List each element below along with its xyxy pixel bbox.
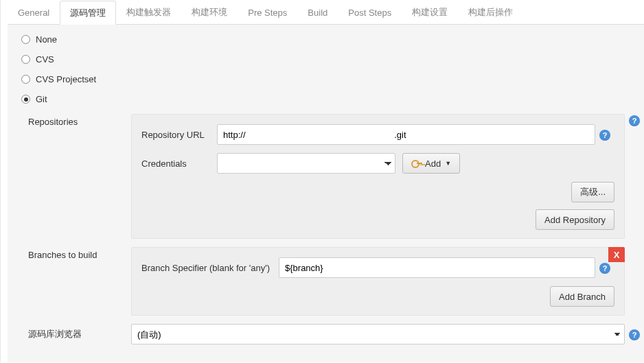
add-button-label: Add [425, 159, 441, 169]
radio-icon [21, 95, 30, 104]
repo-browser-select[interactable]: (自动) [131, 324, 625, 344]
help-icon[interactable]: ? [599, 263, 610, 274]
scm-option-cvs[interactable]: CVS [21, 54, 630, 65]
branches-panel: X Branch Specifier (blank for 'any') ? A… [131, 247, 625, 316]
add-repository-button[interactable]: Add Repository [536, 209, 614, 230]
scm-option-none[interactable]: None [21, 34, 630, 45]
add-branch-button[interactable]: Add Branch [550, 286, 614, 307]
advanced-button[interactable]: 高级... [571, 182, 614, 202]
radio-label: CVS Projectset [36, 74, 96, 84]
radio-icon [21, 55, 30, 64]
branches-to-build-label: Branches to build [8, 247, 131, 260]
radio-icon [21, 75, 30, 84]
repository-url-label: Repository URL [141, 130, 217, 140]
chevron-down-icon: ▼ [445, 160, 451, 167]
tab-post-steps[interactable]: Post Steps [338, 0, 402, 24]
tab-build-env[interactable]: 构建环境 [181, 0, 238, 24]
help-icon[interactable]: ? [599, 130, 610, 141]
repository-panel: Repository URL ? Credentials Add ▼ [131, 114, 625, 239]
tab-build-settings[interactable]: 构建设置 [402, 0, 458, 24]
add-credentials-button[interactable]: Add ▼ [402, 153, 460, 174]
tab-post-build[interactable]: 构建后操作 [458, 0, 523, 24]
tab-build-triggers[interactable]: 构建触发器 [116, 0, 181, 24]
scm-radio-group: None CVS CVS Projectset Git [8, 34, 644, 104]
repositories-label: Repositories [8, 114, 131, 127]
radio-label: None [36, 34, 57, 45]
tab-pre-steps[interactable]: Pre Steps [238, 0, 297, 24]
key-icon [411, 161, 421, 165]
credentials-label: Credentials [141, 159, 217, 169]
scm-option-cvs-projectset[interactable]: CVS Projectset [21, 74, 630, 84]
branch-specifier-input[interactable] [279, 257, 595, 278]
tab-build[interactable]: Build [297, 0, 338, 24]
repository-url-input[interactable] [217, 124, 595, 145]
help-icon[interactable]: ? [629, 115, 640, 126]
radio-label: CVS [36, 54, 54, 65]
radio-label: Git [36, 94, 47, 104]
scm-option-git[interactable]: Git [21, 94, 630, 104]
tab-general[interactable]: General [8, 0, 60, 24]
help-icon[interactable]: ? [629, 329, 640, 340]
radio-icon [21, 35, 30, 44]
repo-browser-label: 源码库浏览器 [8, 328, 131, 340]
delete-branch-button[interactable]: X [608, 247, 625, 262]
config-tabs: General 源码管理 构建触发器 构建环境 Pre Steps Build … [8, 0, 644, 25]
credentials-select[interactable] [217, 153, 395, 174]
branch-specifier-label: Branch Specifier (blank for 'any') [141, 263, 279, 273]
tab-scm[interactable]: 源码管理 [60, 1, 116, 25]
